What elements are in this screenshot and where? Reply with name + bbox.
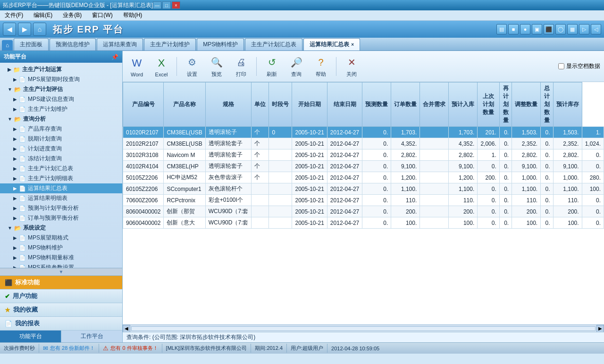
- sidebar-group-mps-calc[interactable]: ▶ 📁 主生产计划运算: [0, 65, 122, 74]
- tab-production-maintenance[interactable]: 主生产计划维护: [144, 38, 196, 50]
- tab-production-summary[interactable]: 主生产计划汇总表: [245, 38, 302, 50]
- table-cell: 1,000.: [512, 172, 541, 183]
- menu-edit[interactable]: 编辑(E): [31, 10, 55, 20]
- sidebar-bottom-reports[interactable]: 📄 我的报表: [0, 317, 122, 331]
- table-body: 01020R2107CM38EL(USB透明滚轮子个02005-10-21201…: [123, 127, 604, 229]
- table-cell: [420, 183, 449, 195]
- tab-home[interactable]: ⌂: [2, 40, 13, 50]
- menu-business[interactable]: 业务(B): [60, 10, 84, 20]
- hscroll-left-btn[interactable]: ◀: [123, 325, 130, 332]
- table-cell: [252, 195, 269, 206]
- maximize-button[interactable]: □: [162, 1, 171, 9]
- user-func-label: 用户功能: [13, 292, 37, 300]
- sidebar-item-mps-qty[interactable]: ▶ 📄 MPS物料期量标准: [0, 253, 122, 263]
- sidebar-item-mps-params[interactable]: ▶ 📄 MPS系统参数设置: [0, 263, 122, 268]
- table-cell: 110.: [512, 195, 541, 206]
- rt-btn-1[interactable]: ▤: [496, 24, 507, 34]
- sidebar-scrollbar-bottom[interactable]: ▼: [0, 268, 122, 275]
- status-audit[interactable]: ⚠ 您有 0 件审核事务！: [99, 344, 162, 353]
- table-row[interactable]: 40102R4104CM38EL(HP透明滚轮套子个2005-10-212012…: [123, 161, 604, 172]
- table-cell: 4,352.: [449, 138, 478, 149]
- settings-button[interactable]: ⚙ 设置: [182, 53, 202, 80]
- help-button[interactable]: ? 帮助: [310, 53, 331, 80]
- sidebar-item-mps-suggest[interactable]: ▶ 📄 MPS建议信息查询: [0, 94, 122, 104]
- minimize-button[interactable]: —: [153, 1, 161, 9]
- query-button[interactable]: 🔎 查询: [286, 53, 307, 80]
- menu-window[interactable]: 窗口(W): [89, 10, 115, 20]
- sidebar-item-mps-period[interactable]: ▶ 📄 MPS展望期时段查询: [0, 74, 122, 84]
- tab-mps-material[interactable]: MPS物料维护: [197, 38, 244, 50]
- rt-btn-7[interactable]: ▦: [567, 24, 578, 34]
- sidebar-pin-icon[interactable]: 📌: [111, 54, 118, 60]
- tab-calc-result-query[interactable]: 运算结果查询: [97, 38, 143, 50]
- forward-button[interactable]: ▶: [18, 23, 31, 36]
- home-button[interactable]: ⌂: [33, 23, 46, 36]
- preview-icon: 🔍: [209, 55, 224, 70]
- tab-forecast-maintenance[interactable]: 预测信息维护: [50, 38, 96, 50]
- rt-btn-5[interactable]: ⬛: [544, 24, 554, 34]
- preview-button[interactable]: 🔍 预览: [206, 53, 227, 80]
- tab-close-icon[interactable]: ×: [351, 42, 354, 47]
- hscroll-right-btn[interactable]: ▶: [596, 325, 604, 332]
- sidebar-item-prod-summary[interactable]: ▶ 📄 主生产计划汇总表: [0, 164, 122, 174]
- col-period: 时段号: [269, 83, 292, 127]
- tab-main-dashboard[interactable]: 主控面板: [14, 38, 49, 50]
- close-window-button[interactable]: ×: [172, 1, 180, 9]
- sidebar-item-overdue[interactable]: ▶ 📄 脱期计划查询: [0, 134, 122, 144]
- show-empty-checkbox[interactable]: [558, 63, 564, 69]
- rt-btn-3[interactable]: ●: [520, 24, 530, 34]
- excel-button[interactable]: X Excel: [151, 54, 172, 79]
- rt-btn-9[interactable]: ◁: [591, 24, 601, 34]
- table-cell: 2012-04-27: [327, 138, 362, 149]
- sidebar-item-forecast-balance[interactable]: ▶ 📄 预测与计划平衡分析: [0, 203, 122, 213]
- sidebar-item-product-stock[interactable]: ▶ 📄 产品库存查询: [0, 124, 122, 134]
- hscroll-track[interactable]: [131, 326, 596, 331]
- table-row[interactable]: 20102R2107CM38EL(USB透明滚轮套子个2005-10-21201…: [123, 138, 604, 149]
- sidebar-item-frozen[interactable]: ▶ 📄 冻结计划查询: [0, 154, 122, 164]
- table-row[interactable]: 01020R2107CM38EL(USB透明滚轮子个02005-10-21201…: [123, 127, 604, 138]
- sidebar-bottom-favorites[interactable]: ★ 我的收藏: [0, 303, 122, 317]
- sidebar-item-mps-format[interactable]: ▶ 📄 MPS展望期格式: [0, 233, 122, 243]
- sidebar-item-order-balance[interactable]: ▶ 📄 订单与预测平衡分析: [0, 213, 122, 223]
- refresh-button[interactable]: ↺ 刷新: [261, 53, 282, 80]
- menu-help[interactable]: 帮助(H): [120, 10, 145, 20]
- sidebar-group-system[interactable]: ▼ 📂 系统设定: [0, 223, 122, 233]
- table-cell: 1.: [478, 149, 500, 161]
- rt-btn-4[interactable]: ▣: [532, 24, 542, 34]
- sidebar-bottom-standard[interactable]: ⬛ 标准功能: [0, 276, 122, 290]
- close-button[interactable]: ✕ 关闭: [341, 53, 362, 80]
- table-row[interactable]: 60105Z2206SCcomputer1灰色滚轮杆个2005-10-21201…: [123, 183, 604, 195]
- time-text: 2012-04-28 10:59:05: [331, 346, 379, 351]
- sidebar-item-mps-material[interactable]: ▶ 📄 MPS物料维护: [0, 243, 122, 253]
- sidebar-item-plan-progress[interactable]: ▶ 📄 计划进度查询: [0, 144, 122, 154]
- sidebar-item-calc-detail[interactable]: ▶ 📄 运算结果明细表: [0, 193, 122, 203]
- standard-icon: ⬛: [5, 279, 12, 286]
- table-row[interactable]: 90600400002创新（意大WCU90D（7:套2005-10-212012…: [123, 217, 604, 229]
- hscroll-area[interactable]: ◀ ▶: [123, 324, 604, 332]
- data-table-container[interactable]: 产品编号 产品名称 规格 单位 时段号 开始日期 结束日期 预测数量 订单数量 …: [123, 82, 604, 324]
- sidebar-group-analysis[interactable]: ▼ 📂 查询分析: [0, 114, 122, 124]
- rt-btn-2[interactable]: ■: [508, 24, 519, 34]
- table-row[interactable]: 50105Z2206HC申达M52灰色带齿滚子个2005-10-212012-0…: [123, 172, 604, 183]
- sidebar-group-mps-eval[interactable]: ▼ 📂 主生产计划评估: [0, 84, 122, 94]
- menu-file[interactable]: 文件(F): [2, 10, 26, 20]
- table-row[interactable]: 70600Z2006RCPctronix彩盒+0100I个2005-10-212…: [123, 195, 604, 206]
- table-cell: 2,352.: [553, 138, 582, 149]
- table-row[interactable]: 30102R3108Navicom M透明滚轮套子个2005-10-212012…: [123, 149, 604, 161]
- sidebar-tab-work[interactable]: 工作平台: [61, 331, 122, 342]
- sidebar-item-mps-maintain[interactable]: ▶ 📄 主生产计划维护: [0, 104, 122, 114]
- word-button[interactable]: W Word: [126, 54, 147, 79]
- sidebar-tab-func[interactable]: 功能平台: [0, 331, 61, 342]
- table-cell: 创新（意大: [164, 217, 205, 229]
- sidebar-item-calc-summary[interactable]: ▶ 📄 运算结果汇总表: [0, 183, 122, 193]
- status-mail[interactable]: ✉ 您有 28 份新邮件！: [39, 344, 99, 353]
- rt-btn-8[interactable]: ▷: [579, 24, 589, 34]
- show-empty-label[interactable]: 显示空档数据: [566, 62, 600, 70]
- print-button[interactable]: 🖨 打印: [231, 53, 252, 80]
- table-row[interactable]: 80600400002创新（那贺WCU90D（7:套2005-10-212012…: [123, 206, 604, 217]
- sidebar-bottom-user[interactable]: ✔ 用户功能: [0, 290, 122, 303]
- sidebar-item-prod-detail[interactable]: ▶ 📄 主生产计划明细表: [0, 174, 122, 183]
- rt-btn-6[interactable]: ◯: [555, 24, 566, 34]
- tab-calc-result-summary[interactable]: 运算结果汇总表 ×: [303, 38, 360, 50]
- back-button[interactable]: ◀: [3, 23, 16, 36]
